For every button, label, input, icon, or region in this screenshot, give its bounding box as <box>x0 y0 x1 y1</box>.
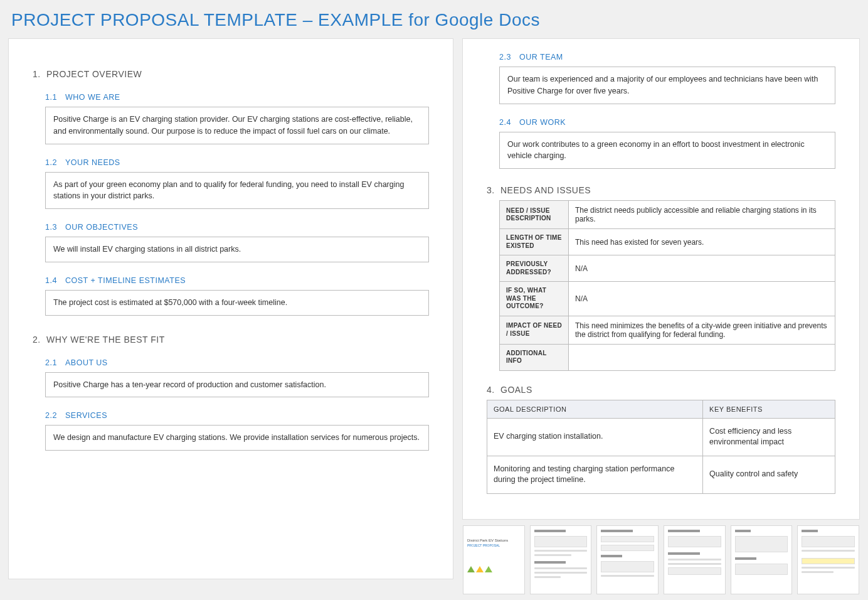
thumbnail-2[interactable] <box>530 525 592 594</box>
thumbnail-4[interactable] <box>664 525 726 594</box>
section-2-heading: 2.WHY WE'RE THE BEST FIT <box>33 335 429 345</box>
document-page-1: 1.PROJECT OVERVIEW 1.1WHO WE ARE Positiv… <box>9 39 453 579</box>
thumbnail-1[interactable]: District Park EV Stations PROJECT PROPOS… <box>463 525 525 594</box>
subsection-1-3-heading: 1.3OUR OBJECTIVES <box>45 223 429 232</box>
table-row: ADDITIONAL INFO <box>500 344 835 370</box>
about-us-body: Positive Charge has a ten-year record of… <box>45 372 429 398</box>
thumbnail-5[interactable] <box>731 525 793 594</box>
subsection-2-2-heading: 2.2SERVICES <box>45 411 429 420</box>
our-work-body: Our work contributes to a green economy … <box>499 132 835 169</box>
our-objectives-body: We will install EV charging stations in … <box>45 237 429 262</box>
who-we-are-body: Positive Charge is an EV charging statio… <box>45 107 429 144</box>
table-row: EV charging station installation. Cost e… <box>487 418 835 456</box>
goals-table: GOAL DESCRIPTION KEY BENEFITS EV chargin… <box>487 400 835 494</box>
goals-header-benefits: KEY BENEFITS <box>703 400 835 418</box>
document-page-2: 2.3OUR TEAM Our team is experienced and … <box>463 39 859 519</box>
our-team-body: Our team is experienced and a majority o… <box>499 67 835 104</box>
thumbnail-6[interactable] <box>797 525 859 594</box>
section-4-heading: 4.GOALS <box>487 385 835 395</box>
cost-timeline-body: The project cost is estimated at $570,00… <box>45 290 429 316</box>
subsection-2-4-heading: 2.4OUR WORK <box>499 118 835 127</box>
page-title: PROJECT PROPOSAL TEMPLATE – EXAMPLE for … <box>11 10 859 30</box>
table-row: LENGTH OF TIME EXISTEDThis need has exis… <box>500 229 835 255</box>
needs-table: NEED / ISSUE DESCRIPTIONThe district nee… <box>499 200 835 371</box>
goals-header-desc: GOAL DESCRIPTION <box>487 400 703 418</box>
page-thumbnails: District Park EV Stations PROJECT PROPOS… <box>463 525 859 594</box>
section-3-heading: 3.NEEDS AND ISSUES <box>487 185 835 195</box>
table-row: NEED / ISSUE DESCRIPTIONThe district nee… <box>500 201 835 229</box>
your-needs-body: As part of your green economy plan and t… <box>45 172 429 210</box>
subsection-1-1-heading: 1.1WHO WE ARE <box>45 93 429 102</box>
services-body: We design and manufacture EV charging st… <box>45 425 429 451</box>
table-row: IF SO, WHAT WAS THE OUTCOME?N/A <box>500 282 835 316</box>
subsection-2-1-heading: 2.1ABOUT US <box>45 358 429 367</box>
subsection-2-3-heading: 2.3OUR TEAM <box>499 53 835 62</box>
table-row: PREVIOUSLY ADDRESSED?N/A <box>500 255 835 282</box>
table-row: Monitoring and testing charging station … <box>487 456 835 493</box>
subsection-1-2-heading: 1.2YOUR NEEDS <box>45 158 429 167</box>
section-1-heading: 1.PROJECT OVERVIEW <box>33 69 429 79</box>
subsection-1-4-heading: 1.4COST + TIMELINE ESTIMATES <box>45 276 429 285</box>
table-row: IMPACT OF NEED / ISSUEThis need minimize… <box>500 316 835 344</box>
thumbnail-3[interactable] <box>596 525 659 594</box>
